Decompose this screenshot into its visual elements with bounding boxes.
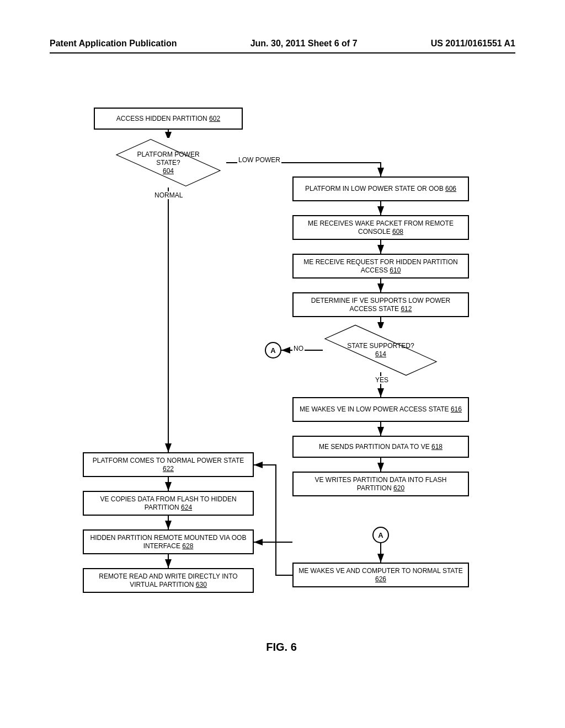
- node-610: ME RECEIVE REQUEST FOR HIDDEN PARTITION …: [292, 254, 469, 279]
- node-620: VE WRITES PARTITION DATA INTO FLASH PART…: [292, 472, 469, 496]
- page-header: Patent Application Publication Jun. 30, …: [50, 39, 515, 49]
- header-right: US 2011/0161551 A1: [431, 39, 515, 49]
- node-text: VE WRITES PARTITION DATA INTO FLASH PART…: [297, 476, 465, 493]
- header-left: Patent Application Publication: [50, 39, 177, 49]
- node-text: ACCESS HIDDEN PARTITION 602: [116, 115, 220, 123]
- node-text: PLATFORM COMES TO NORMAL POWER STATE 622: [87, 457, 249, 473]
- header-divider: [50, 52, 515, 53]
- edge-label-yes: YES: [374, 376, 390, 384]
- figure-caption: FIG. 6: [72, 641, 491, 654]
- node-text: VE COPIES DATA FROM FLASH TO HIDDEN PART…: [87, 495, 249, 512]
- node-630: REMOTE READ AND WRITE DIRECTLY INTO VIRT…: [83, 568, 254, 593]
- node-608: ME RECEIVES WAKE PACKET FROM REMOTE CONS…: [292, 215, 469, 240]
- edge-label-lowpower: LOW POWER: [237, 156, 281, 164]
- node-626: ME WAKES VE AND COMPUTER TO NORMAL STATE…: [292, 563, 469, 587]
- flowchart-canvas: ACCESS HIDDEN PARTITION 602 PLATFORM POW…: [72, 108, 491, 620]
- edge-label-no: NO: [292, 345, 305, 352]
- node-602: ACCESS HIDDEN PARTITION 602: [94, 108, 243, 130]
- node-text: PLATFORM IN LOW POWER STATE OR OOB 606: [305, 185, 456, 193]
- page: Patent Application Publication Jun. 30, …: [0, 0, 565, 728]
- node-text: ME RECEIVE REQUEST FOR HIDDEN PARTITION …: [297, 258, 465, 275]
- node-614-decision: STATE SUPPORTED?614: [323, 328, 439, 372]
- node-text: REMOTE READ AND WRITE DIRECTLY INTO VIRT…: [87, 572, 249, 589]
- connector-a-bottom: A: [372, 527, 389, 543]
- node-604-decision: PLATFORM POWER STATE?604: [119, 138, 218, 188]
- node-text: ME RECEIVES WAKE PACKET FROM REMOTE CONS…: [297, 220, 465, 236]
- header-center: Jun. 30, 2011 Sheet 6 of 7: [250, 39, 358, 49]
- node-612: DETERMINE IF VE SUPPORTS LOW POWER ACCES…: [292, 292, 469, 317]
- edge-label-normal: NORMAL: [153, 191, 184, 199]
- node-text: ME WAKES VE AND COMPUTER TO NORMAL STATE…: [297, 567, 465, 584]
- node-text: DETERMINE IF VE SUPPORTS LOW POWER ACCES…: [297, 297, 465, 313]
- node-616: ME WAKES VE IN LOW POWER ACCESS STATE 61…: [292, 397, 469, 422]
- node-text: HIDDEN PARTITION REMOTE MOUNTED VIA OOB …: [87, 534, 249, 550]
- node-628: HIDDEN PARTITION REMOTE MOUNTED VIA OOB …: [83, 529, 254, 554]
- node-618: ME SENDS PARTITION DATA TO VE 618: [292, 436, 469, 458]
- node-text: ME SENDS PARTITION DATA TO VE 618: [319, 443, 443, 451]
- node-624: VE COPIES DATA FROM FLASH TO HIDDEN PART…: [83, 491, 254, 516]
- node-text: PLATFORM POWER STATE?604: [119, 138, 218, 188]
- node-text: STATE SUPPORTED?614: [323, 328, 439, 372]
- node-text: ME WAKES VE IN LOW POWER ACCESS STATE 61…: [300, 405, 462, 414]
- node-606: PLATFORM IN LOW POWER STATE OR OOB 606: [292, 176, 469, 201]
- node-622: PLATFORM COMES TO NORMAL POWER STATE 622: [83, 452, 254, 477]
- connector-a-top: A: [265, 342, 281, 358]
